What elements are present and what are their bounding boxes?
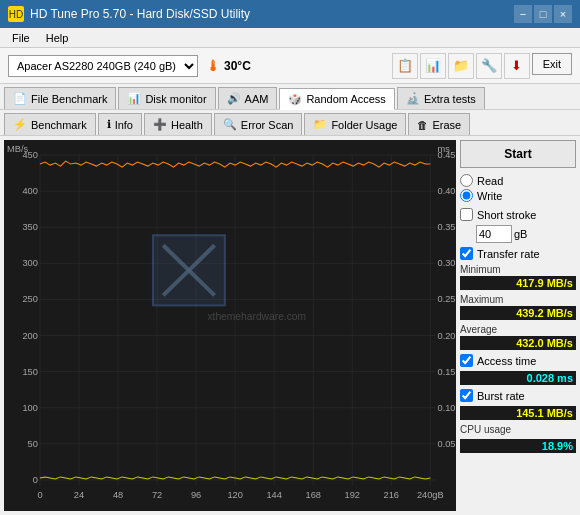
stroke-unit: gB	[514, 228, 527, 240]
short-stroke-checkbox[interactable]: Short stroke	[460, 208, 576, 221]
write-label: Write	[477, 190, 502, 202]
tab-info[interactable]: ℹ Info	[98, 113, 142, 135]
read-radio[interactable]: Read	[460, 174, 576, 187]
svg-text:0.45: 0.45	[438, 150, 456, 160]
window-controls: − □ ×	[514, 5, 572, 23]
svg-text:0.05: 0.05	[438, 439, 456, 449]
svg-text:240gB: 240gB	[417, 490, 444, 500]
stroke-value-input[interactable]	[476, 225, 512, 243]
svg-text:50: 50	[28, 439, 38, 449]
burst-rate-label: Burst rate	[477, 390, 525, 402]
tab-disk-monitor[interactable]: 📊 Disk monitor	[118, 87, 215, 109]
svg-text:0: 0	[37, 490, 42, 500]
access-time-label: Access time	[477, 355, 536, 367]
svg-text:400: 400	[22, 186, 37, 196]
svg-text:0.10: 0.10	[438, 403, 456, 413]
tab-folder-usage[interactable]: 📁 Folder Usage	[304, 113, 406, 135]
average-value: 432.0 MB/s	[460, 336, 576, 350]
average-stat: Average 432.0 MB/s	[460, 324, 576, 350]
tab-bar-top: 📄 File Benchmark 📊 Disk monitor 🔊 AAM 🎲 …	[0, 84, 580, 110]
svg-text:72: 72	[152, 490, 162, 500]
svg-text:300: 300	[22, 258, 37, 268]
info-icon: ℹ	[107, 118, 111, 131]
tab-bar-bottom: ⚡ Benchmark ℹ Info ➕ Health 🔍 Error Scan…	[0, 110, 580, 136]
access-time-checkbox[interactable]: Access time	[460, 354, 576, 367]
title-bar: HD HD Tune Pro 5.70 - Hard Disk/SSD Util…	[0, 0, 580, 28]
svg-text:48: 48	[113, 490, 123, 500]
toolbar-icon-5[interactable]: ⬇	[504, 53, 530, 79]
toolbar-icon-1[interactable]: 📋	[392, 53, 418, 79]
svg-text:200: 200	[22, 331, 37, 341]
tab-error-scan[interactable]: 🔍 Error Scan	[214, 113, 303, 135]
tab-extra-tests[interactable]: 🔬 Extra tests	[397, 87, 485, 109]
toolbar-icon-4[interactable]: 🔧	[476, 53, 502, 79]
transfer-rate-label: Transfer rate	[477, 248, 540, 260]
svg-text:xthemehardware.com: xthemehardware.com	[207, 312, 306, 323]
minimum-stat: Minimum 417.9 MB/s	[460, 264, 576, 290]
svg-text:96: 96	[191, 490, 201, 500]
access-time-value: 0.028 ms	[460, 371, 576, 385]
tab-random-access[interactable]: 🎲 Random Access	[279, 88, 394, 110]
minimize-button[interactable]: −	[514, 5, 532, 23]
close-button[interactable]: ×	[554, 5, 572, 23]
right-panel: Start Read Write Short stroke gB Transfe…	[460, 136, 580, 515]
benchmark-icon: ⚡	[13, 118, 27, 131]
svg-text:24: 24	[74, 490, 84, 500]
write-radio[interactable]: Write	[460, 189, 576, 202]
transfer-rate-checkbox[interactable]: Transfer rate	[460, 247, 576, 260]
read-label: Read	[477, 175, 503, 187]
stroke-input-group: gB	[476, 225, 576, 243]
thermometer-icon: 🌡	[206, 58, 220, 74]
cpu-usage-label: CPU usage	[460, 424, 576, 435]
toolbar-icon-3[interactable]: 📁	[448, 53, 474, 79]
svg-text:250: 250	[22, 295, 37, 305]
short-stroke-label: Short stroke	[477, 209, 536, 221]
svg-text:192: 192	[345, 490, 360, 500]
tab-health[interactable]: ➕ Health	[144, 113, 212, 135]
svg-text:216: 216	[384, 490, 399, 500]
tab-file-benchmark[interactable]: 📄 File Benchmark	[4, 87, 116, 109]
app-icon: HD	[8, 6, 24, 22]
svg-text:0.35: 0.35	[438, 222, 456, 232]
tab-erase[interactable]: 🗑 Erase	[408, 113, 470, 135]
svg-text:100: 100	[22, 403, 37, 413]
svg-text:144: 144	[266, 490, 281, 500]
burst-rate-checkbox[interactable]: Burst rate	[460, 389, 576, 402]
menu-help[interactable]: Help	[38, 30, 77, 46]
maximum-label: Maximum	[460, 294, 576, 305]
svg-text:150: 150	[22, 367, 37, 377]
disk-monitor-icon: 📊	[127, 92, 141, 105]
menu-file[interactable]: File	[4, 30, 38, 46]
disk-selector[interactable]: Apacer AS2280 240GB (240 gB)	[8, 55, 198, 77]
chart-area: 450 400 350 300 250 200 150 100 50 0 MB/…	[4, 140, 456, 511]
file-benchmark-icon: 📄	[13, 92, 27, 105]
svg-text:0.30: 0.30	[438, 258, 456, 268]
svg-text:0: 0	[33, 475, 38, 485]
cpu-usage-value: 18.9%	[460, 439, 576, 453]
temperature-display: 🌡 30°C	[206, 58, 251, 74]
start-button[interactable]: Start	[460, 140, 576, 168]
exit-button[interactable]: Exit	[532, 53, 572, 75]
temperature-value: 30°C	[224, 59, 251, 73]
toolbar-icon-2[interactable]: 📊	[420, 53, 446, 79]
extra-tests-icon: 🔬	[406, 92, 420, 105]
maximum-value: 439.2 MB/s	[460, 306, 576, 320]
svg-text:0.40: 0.40	[438, 186, 456, 196]
svg-text:MB/s: MB/s	[7, 144, 28, 154]
erase-icon: 🗑	[417, 119, 428, 131]
maximum-stat: Maximum 439.2 MB/s	[460, 294, 576, 320]
app-title: HD Tune Pro 5.70 - Hard Disk/SSD Utility	[30, 7, 250, 21]
maximize-button[interactable]: □	[534, 5, 552, 23]
burst-rate-value: 145.1 MB/s	[460, 406, 576, 420]
aam-icon: 🔊	[227, 92, 241, 105]
svg-text:120: 120	[227, 490, 242, 500]
chart-svg: 450 400 350 300 250 200 150 100 50 0 MB/…	[4, 140, 456, 511]
tab-aam[interactable]: 🔊 AAM	[218, 87, 278, 109]
minimum-value: 417.9 MB/s	[460, 276, 576, 290]
menu-bar: File Help	[0, 28, 580, 48]
rw-radio-group: Read Write	[460, 172, 576, 204]
svg-text:168: 168	[306, 490, 321, 500]
toolbar: Apacer AS2280 240GB (240 gB) 🌡 30°C 📋 📊 …	[0, 48, 580, 84]
minimum-label: Minimum	[460, 264, 576, 275]
tab-benchmark[interactable]: ⚡ Benchmark	[4, 113, 96, 135]
